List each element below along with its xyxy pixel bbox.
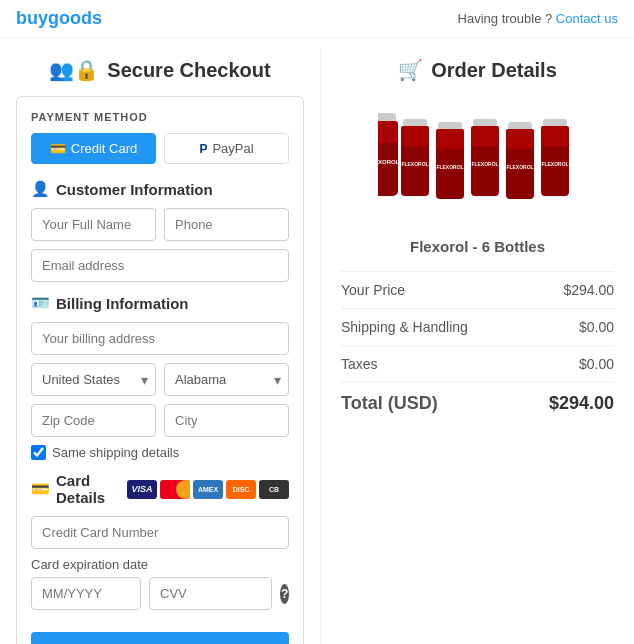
cvv-help-icon[interactable]: ? (280, 584, 289, 604)
customer-info-header: 👤 Customer Information (31, 180, 289, 198)
card-details-header: 💳 Card Details VISA AMEX DISC CB (31, 472, 289, 506)
expiry-cvv-row: ? (31, 577, 289, 610)
cart-icon: 🛒 (398, 58, 423, 82)
svg-rect-10 (471, 126, 499, 146)
city-input[interactable] (164, 404, 289, 437)
order-details-title: 🛒 Order Details (341, 58, 614, 82)
checkout-title: 👥🔒 Secure Checkout (16, 58, 304, 82)
order-line-shipping: Shipping & Handling $0.00 (341, 308, 614, 345)
left-panel: 👥🔒 Secure Checkout PAYMENT METHOD 💳 Cred… (0, 48, 320, 644)
cvv-input[interactable] (149, 577, 272, 610)
full-name-group (31, 208, 156, 241)
email-input[interactable] (31, 249, 289, 282)
svg-text:FLEXOROL: FLEXOROL (506, 164, 533, 170)
credit-card-tab-icon: 💳 (50, 141, 66, 156)
amex-icon: AMEX (193, 480, 223, 499)
billing-icon: 🪪 (31, 294, 50, 312)
order-line-taxes: Taxes $0.00 (341, 345, 614, 382)
product-image: FLEXOROL FLEXOROL FLEXOROL (378, 96, 578, 226)
payment-box: PAYMENT METHOD 💳 Credit Card P PayPal 👤 … (16, 96, 304, 644)
top-bar: buygoods Having trouble ? Contact us (0, 0, 634, 38)
svg-text:FLEXOROL: FLEXOROL (378, 159, 400, 165)
order-line-price: Your Price $294.00 (341, 271, 614, 308)
city-group (164, 404, 289, 437)
payment-tabs: 💳 Credit Card P PayPal (31, 133, 289, 164)
billing-address-group (31, 322, 289, 355)
main-layout: 👥🔒 Secure Checkout PAYMENT METHOD 💳 Cred… (0, 38, 634, 644)
country-select[interactable]: United States (31, 363, 156, 396)
billing-info-header: 🪪 Billing Information (31, 294, 289, 312)
svg-text:FLEXOROL: FLEXOROL (541, 161, 568, 167)
svg-text:FLEXOROL: FLEXOROL (471, 161, 498, 167)
zip-input[interactable] (31, 404, 156, 437)
mastercard-icon (160, 480, 190, 499)
billing-address-row (31, 322, 289, 355)
right-panel: 🛒 Order Details FLEXOROL (320, 48, 634, 644)
paypal-tab-icon: P (199, 142, 207, 156)
state-select-wrapper: Alabama (164, 363, 289, 396)
svg-rect-14 (436, 129, 464, 149)
full-name-input[interactable] (31, 208, 156, 241)
product-name: Flexorol - 6 Bottles (341, 238, 614, 255)
same-shipping-checkbox[interactable] (31, 445, 46, 460)
contact-link[interactable]: Contact us (556, 11, 618, 26)
country-select-wrapper: United States (31, 363, 156, 396)
name-phone-row (31, 208, 289, 241)
order-total-line: Total (USD) $294.00 (341, 382, 614, 424)
help-text: Having trouble ? Contact us (458, 11, 618, 26)
card-icon: 💳 (31, 480, 50, 498)
people-lock-icon: 👥🔒 (49, 58, 99, 82)
expiry-input[interactable] (31, 577, 141, 610)
zip-group (31, 404, 156, 437)
card-number-group (31, 516, 289, 549)
product-image-area: FLEXOROL FLEXOROL FLEXOROL (341, 96, 614, 226)
state-select[interactable]: Alabama (164, 363, 289, 396)
visa-icon: VISA (127, 480, 157, 499)
email-group (31, 249, 289, 282)
svg-rect-18 (401, 126, 429, 146)
other-card-icon: CB (259, 480, 289, 499)
expiry-label: Card expiration date (31, 557, 289, 572)
zip-city-row (31, 404, 289, 437)
card-number-row (31, 516, 289, 549)
svg-rect-6 (506, 129, 534, 149)
tab-paypal[interactable]: P PayPal (164, 133, 289, 164)
country-state-row: United States Alabama (31, 363, 289, 396)
billing-address-input[interactable] (31, 322, 289, 355)
buy-now-button[interactable]: Buy Now » (31, 632, 289, 644)
card-number-input[interactable] (31, 516, 289, 549)
payment-method-label: PAYMENT METHOD (31, 111, 289, 123)
same-shipping-row: Same shipping details (31, 445, 289, 460)
email-row (31, 249, 289, 282)
person-icon: 👤 (31, 180, 50, 198)
svg-text:FLEXOROL: FLEXOROL (436, 164, 463, 170)
card-details-title-group: 💳 Card Details (31, 472, 127, 506)
card-icons: VISA AMEX DISC CB (127, 480, 289, 499)
svg-text:FLEXOROL: FLEXOROL (401, 161, 428, 167)
svg-rect-22 (378, 121, 398, 143)
phone-group (164, 208, 289, 241)
same-shipping-label[interactable]: Same shipping details (52, 445, 179, 460)
logo: buygoods (16, 8, 102, 29)
discover-icon: DISC (226, 480, 256, 499)
phone-input[interactable] (164, 208, 289, 241)
svg-rect-2 (541, 126, 569, 146)
tab-credit-card[interactable]: 💳 Credit Card (31, 133, 156, 164)
